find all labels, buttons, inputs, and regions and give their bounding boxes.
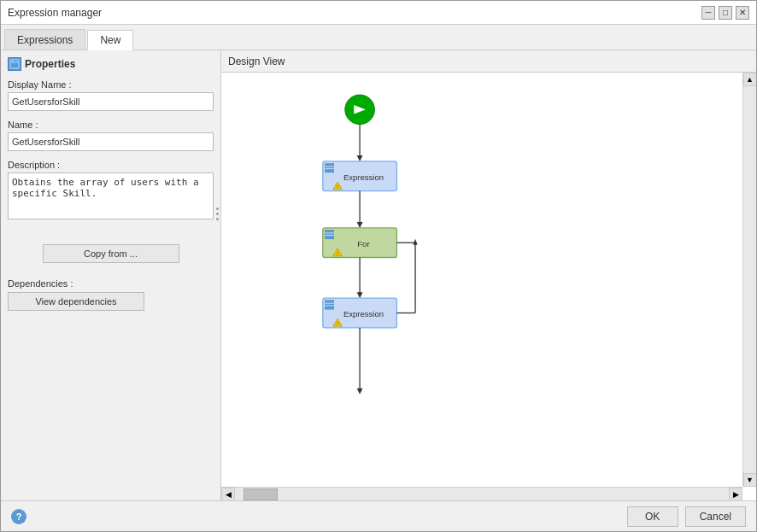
- display-name-group: Display Name :: [8, 79, 214, 111]
- svg-marker-14: [357, 222, 363, 228]
- window-title: Expression manager: [8, 7, 102, 19]
- vertical-scrollbar[interactable]: ▲ ▼: [742, 73, 756, 487]
- right-panel: Design View ▲ ▼ ◀ ▶: [221, 50, 756, 500]
- design-canvas: ▲ ▼ ◀ ▶: [221, 73, 756, 500]
- description-label: Description :: [8, 160, 214, 170]
- tab-bar: Expressions New: [1, 25, 756, 50]
- bottom-bar: ? OK Cancel: [1, 500, 756, 531]
- close-button[interactable]: ✕: [736, 6, 749, 20]
- display-name-label: Display Name :: [8, 79, 214, 90]
- scroll-left-button[interactable]: ◀: [221, 488, 235, 501]
- svg-marker-24: [357, 292, 363, 298]
- scroll-thumb-h[interactable]: [244, 488, 278, 500]
- scroll-track-v[interactable]: [743, 86, 757, 473]
- name-group: Name :: [8, 120, 214, 151]
- cancel-button[interactable]: Cancel: [685, 506, 746, 527]
- tab-expressions[interactable]: Expressions: [4, 29, 85, 50]
- minimize-button[interactable]: ─: [701, 6, 715, 20]
- svg-rect-16: [325, 230, 333, 238]
- ok-button[interactable]: OK: [627, 506, 678, 527]
- horizontal-scrollbar[interactable]: ◀ ▶: [221, 487, 742, 500]
- maximize-button[interactable]: □: [719, 6, 732, 20]
- action-buttons: OK Cancel: [627, 506, 746, 527]
- expression-node-2[interactable]: ! Expression: [323, 298, 397, 328]
- svg-rect-7: [325, 164, 333, 172]
- copy-from-button[interactable]: Copy from ...: [43, 244, 179, 263]
- svg-text:For: For: [357, 239, 370, 248]
- name-input[interactable]: [8, 132, 214, 151]
- flow-diagram: ! Expression: [221, 73, 742, 487]
- main-window: Expression manager ─ □ ✕ Expressions New: [0, 0, 757, 532]
- left-panel: Properties Display Name : Name : Descrip…: [1, 50, 221, 500]
- window-controls: ─ □ ✕: [701, 6, 749, 20]
- svg-text:Expression: Expression: [343, 172, 384, 182]
- design-view-header: Design View: [221, 50, 756, 73]
- scroll-right-button[interactable]: ▶: [729, 488, 742, 501]
- expression-node-1[interactable]: ! Expression: [323, 161, 397, 191]
- svg-marker-34: [413, 239, 417, 245]
- description-textarea[interactable]: Obtains the array of users with a specif…: [8, 172, 214, 219]
- content-area: Properties Display Name : Name : Descrip…: [1, 50, 756, 500]
- svg-rect-0: [10, 60, 19, 68]
- properties-icon: [8, 57, 21, 71]
- scroll-track-h[interactable]: [235, 488, 729, 501]
- properties-title: Properties: [25, 58, 75, 70]
- svg-marker-5: [357, 155, 363, 161]
- svg-text:Expression: Expression: [343, 309, 384, 319]
- panel-header: Properties: [8, 57, 214, 71]
- scroll-up-button[interactable]: ▲: [743, 73, 757, 86]
- help-button[interactable]: ?: [11, 509, 26, 524]
- vertical-splitter[interactable]: [214, 179, 220, 248]
- scroll-down-button[interactable]: ▼: [743, 473, 757, 487]
- title-bar: Expression manager ─ □ ✕: [1, 1, 756, 25]
- name-label: Name :: [8, 120, 214, 130]
- dependencies-label: Dependencies :: [8, 278, 214, 289]
- tab-new[interactable]: New: [87, 30, 133, 50]
- view-dependencies-button[interactable]: View dependencies: [8, 292, 144, 311]
- display-name-input[interactable]: [8, 92, 214, 111]
- for-node[interactable]: ! For: [323, 228, 415, 258]
- description-group: Description : Obtains the array of users…: [8, 160, 214, 222]
- svg-rect-26: [325, 301, 333, 309]
- svg-marker-36: [357, 389, 363, 395]
- dependencies-group: Dependencies : View dependencies: [8, 278, 214, 314]
